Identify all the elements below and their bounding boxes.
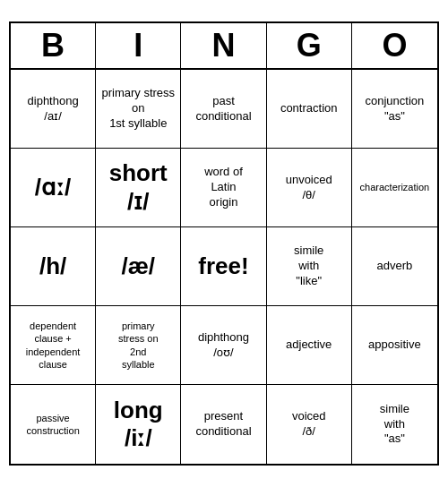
bingo-cell-text-5: /ɑː/ [35, 174, 71, 201]
bingo-cell-16: primarystress on2ndsyllable [96, 306, 181, 385]
bingo-cell-text-1: primary stress on1st syllable [99, 86, 177, 132]
bingo-cell-18: adjective [267, 306, 352, 385]
bingo-cell-19: appositive [352, 306, 437, 385]
bingo-cell-11: /æ/ [96, 227, 181, 306]
bingo-cell-text-17: diphthong/oʊ/ [198, 330, 249, 361]
bingo-cell-text-8: unvoiced/θ/ [286, 173, 332, 203]
header-letter-n: N [181, 23, 266, 68]
bingo-cell-text-19: appositive [368, 337, 421, 353]
bingo-cell-17: diphthong/oʊ/ [181, 306, 266, 385]
bingo-cell-text-20: passiveconstruction [26, 412, 79, 438]
bingo-header: BINGO [11, 23, 437, 70]
bingo-cell-13: similewith"like" [267, 227, 352, 306]
bingo-card: BINGO diphthong/aɪ/primary stress on1st … [9, 21, 439, 466]
bingo-cell-7: word ofLatinorigin [181, 149, 266, 227]
bingo-cell-text-14: adverb [377, 259, 413, 274]
bingo-cell-10: /h/ [11, 227, 96, 306]
bingo-cell-text-15: dependentclause +independentclause [26, 320, 81, 371]
bingo-cell-text-12: free! [198, 252, 248, 280]
header-letter-b: B [11, 23, 96, 68]
bingo-cell-text-3: contraction [280, 101, 338, 116]
bingo-cell-text-11: /æ/ [122, 252, 156, 280]
bingo-cell-text-2: pastconditional [195, 94, 251, 124]
bingo-cell-3: contraction [267, 70, 352, 149]
bingo-cell-text-13: similewith"like" [294, 244, 323, 289]
bingo-cell-text-6: short/ɪ/ [109, 159, 168, 215]
bingo-cell-5: /ɑː/ [11, 149, 96, 227]
bingo-cell-text-10: /h/ [39, 252, 66, 280]
bingo-cell-text-22: presentconditional [195, 409, 251, 440]
bingo-cell-0: diphthong/aɪ/ [11, 70, 96, 149]
bingo-cell-14: adverb [352, 227, 437, 306]
bingo-cell-24: similewith"as" [352, 385, 437, 464]
bingo-cell-text-21: long/iː/ [114, 397, 163, 452]
bingo-cell-text-18: adjective [286, 337, 332, 353]
bingo-cell-21: long/iː/ [96, 385, 181, 464]
header-letter-i: I [96, 23, 181, 68]
bingo-cell-text-0: diphthong/aɪ/ [28, 94, 79, 124]
bingo-cell-12: free! [181, 227, 266, 306]
bingo-cell-15: dependentclause +independentclause [11, 306, 96, 385]
bingo-cell-text-23: voiced/ð/ [292, 409, 326, 440]
bingo-cell-23: voiced/ð/ [267, 385, 352, 464]
bingo-cell-8: unvoiced/θ/ [267, 149, 352, 227]
bingo-cell-text-9: characterization [360, 181, 430, 193]
header-letter-g: G [267, 23, 352, 68]
bingo-cell-1: primary stress on1st syllable [96, 70, 181, 149]
bingo-grid: diphthong/aɪ/primary stress on1st syllab… [11, 70, 437, 464]
header-letter-o: O [352, 23, 437, 68]
bingo-cell-6: short/ɪ/ [96, 149, 181, 227]
bingo-cell-22: presentconditional [181, 385, 266, 464]
bingo-cell-4: conjunction"as" [352, 70, 437, 149]
bingo-cell-text-7: word ofLatinorigin [204, 165, 243, 210]
bingo-cell-text-4: conjunction"as" [366, 94, 425, 124]
bingo-cell-20: passiveconstruction [11, 385, 96, 464]
bingo-cell-9: characterization [352, 149, 437, 227]
bingo-cell-2: pastconditional [181, 70, 266, 149]
bingo-cell-text-24: similewith"as" [380, 402, 409, 448]
bingo-cell-text-16: primarystress on2ndsyllable [118, 320, 159, 371]
